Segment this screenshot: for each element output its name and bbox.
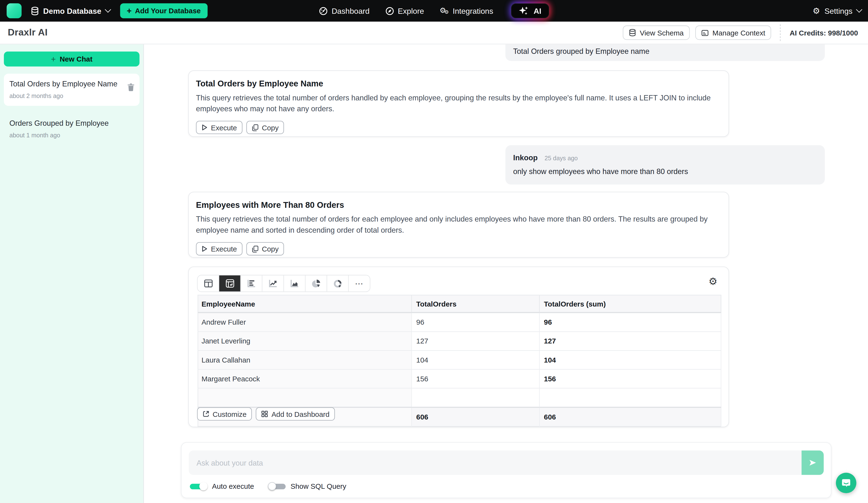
nav-item-explore[interactable]: Explore — [385, 6, 424, 15]
nav-item-label: Explore — [398, 6, 424, 15]
draxlr-logo — [7, 3, 22, 18]
settings-label: Settings — [825, 6, 852, 15]
message-composer: Auto execute Show SQL Query — [181, 442, 831, 498]
composer-input-wrap — [189, 451, 824, 475]
customize-button[interactable]: Customize — [197, 407, 252, 421]
top-nav-center: Dashboard Explore ⚙ ⚙ Integrations — [319, 3, 549, 18]
chevron-down-icon — [105, 6, 111, 12]
nav-item-label: Integrations — [453, 6, 493, 15]
view-schema-button[interactable]: View Schema — [622, 26, 690, 40]
table-header-row: EmployeeName TotalOrders TotalOrders (su… — [198, 295, 721, 313]
top-nav: Demo Database + Add Your Database Dashb — [0, 0, 868, 22]
cell-total-orders: 96 — [412, 313, 539, 332]
cell-total-orders-sum: 96 — [539, 313, 721, 332]
cell-total-orders-sum: 156 — [539, 369, 721, 388]
chat-title: Total Orders by Employee Name — [9, 80, 134, 88]
chart-type-line[interactable] — [262, 275, 284, 292]
chart-type-table[interactable] — [198, 275, 219, 292]
ai-card-title: Employees with More Than 80 Orders — [196, 200, 721, 210]
ai-credits: AI Credits: 998/1000 — [789, 29, 858, 37]
chat-support-launcher[interactable] — [836, 473, 856, 493]
add-database-button[interactable]: + Add Your Database — [120, 3, 207, 18]
ai-card-title: Total Orders by Employee Name — [196, 79, 721, 88]
new-chat-label: New Chat — [60, 55, 92, 63]
user-message: Total Orders grouped by Employee name — [505, 44, 825, 61]
ellipsis-icon: ⋯ — [355, 279, 364, 289]
copy-icon — [252, 124, 259, 131]
cell-employee: Janet Leverling — [198, 332, 412, 351]
manage-context-button[interactable]: Manage Context — [695, 26, 771, 40]
chat-main: Total Orders grouped by Employee name To… — [144, 44, 868, 503]
results-table: EmployeeName TotalOrders TotalOrders (su… — [198, 295, 721, 426]
send-button[interactable] — [802, 451, 824, 475]
cell-employee: Margaret Peacock — [198, 369, 412, 388]
add-to-dashboard-button[interactable]: Add to Dashboard — [256, 407, 335, 421]
column-header: TotalOrders (sum) — [539, 295, 721, 313]
gears-icon: ⚙ ⚙ — [440, 7, 449, 15]
ai-card-description: This query retrieves the total number of… — [196, 214, 721, 235]
manage-context-label: Manage Context — [712, 29, 765, 37]
cell-employee: Laura Callahan — [198, 351, 412, 369]
add-database-label: Add Your Database — [135, 7, 201, 15]
column-header: EmployeeName — [198, 295, 412, 313]
cell-employee: Andrew Fuller — [198, 313, 412, 332]
plus-icon: + — [51, 54, 56, 64]
copy-button[interactable]: Copy — [246, 242, 284, 255]
chart-type-bar[interactable] — [241, 275, 262, 292]
copy-icon — [252, 245, 259, 252]
chart-type-donut[interactable] — [327, 275, 349, 292]
user-message: Inkoop 25 days ago only show employees w… — [505, 145, 825, 185]
table-row: Margaret Peacock 156 156 — [198, 369, 721, 388]
chat-timestamp: about 2 months ago — [9, 92, 134, 99]
chat-history-item[interactable]: Orders Grouped by Employee about 1 month… — [4, 113, 140, 145]
chart-type-switcher: ⋯ — [197, 275, 370, 292]
new-chat-button[interactable]: + New Chat — [4, 52, 140, 67]
ai-response-card: Total Orders by Employee Name This query… — [188, 70, 729, 137]
chat-timestamp: about 1 month ago — [9, 132, 134, 139]
execute-button[interactable]: Execute — [196, 121, 242, 134]
dashboard-icon — [319, 6, 328, 15]
chart-type-more[interactable]: ⋯ — [349, 275, 370, 292]
view-schema-label: View Schema — [640, 29, 684, 37]
cell-column-total: 606 — [412, 407, 539, 426]
nav-item-dashboard[interactable]: Dashboard — [319, 6, 370, 15]
chart-type-pivot-table[interactable] — [219, 275, 241, 292]
draxlr-app: Demo Database + Add Your Database Dashb — [0, 0, 868, 503]
copy-button[interactable]: Copy — [246, 121, 284, 134]
play-icon — [202, 124, 208, 131]
send-icon — [808, 458, 817, 467]
chat-title: Orders Grouped by Employee — [9, 119, 134, 128]
schema-database-icon — [629, 29, 636, 37]
ai-card-description: This query retrieves the total number of… — [196, 92, 721, 114]
chat-bubble-icon — [841, 477, 851, 488]
chart-type-pie[interactable] — [306, 275, 327, 292]
chat-history-item-active[interactable]: Total Orders by Employee Name about 2 mo… — [4, 74, 140, 106]
column-header: TotalOrders — [412, 295, 539, 313]
user-message-text: only show employees who have more than 8… — [513, 167, 817, 175]
execute-label: Execute — [211, 245, 237, 253]
play-icon — [202, 245, 208, 252]
cell-total-orders: 156 — [412, 369, 539, 388]
auto-execute-toggle[interactable]: Auto execute — [190, 482, 254, 490]
database-switcher[interactable]: Demo Database — [31, 6, 110, 15]
chart-type-area[interactable] — [284, 275, 306, 292]
chart-settings-gear-icon[interactable]: ⚙ — [709, 276, 717, 286]
nav-item-integrations[interactable]: ⚙ ⚙ Integrations — [440, 6, 493, 15]
show-sql-toggle[interactable]: Show SQL Query — [268, 482, 346, 490]
settings-menu[interactable]: ⚙ Settings — [813, 6, 861, 15]
database-switcher-label: Demo Database — [43, 6, 101, 15]
table-row: Laura Callahan 104 104 — [198, 351, 721, 369]
nav-item-ai[interactable]: AI — [511, 3, 549, 18]
page-title: Draxlr AI — [8, 27, 48, 38]
grid-icon — [262, 411, 268, 417]
database-icon — [31, 6, 39, 15]
divider — [780, 24, 781, 41]
compass-icon — [385, 6, 394, 15]
customize-label: Customize — [213, 410, 247, 418]
cell-total-orders-sum: 104 — [539, 351, 721, 369]
execute-button[interactable]: Execute — [196, 242, 242, 255]
ai-response-card: Employees with More Than 80 Orders This … — [188, 192, 729, 258]
table-row: Andrew Fuller 96 96 — [198, 313, 721, 332]
delete-chat-icon[interactable] — [127, 83, 135, 91]
ask-data-input[interactable] — [189, 451, 824, 475]
